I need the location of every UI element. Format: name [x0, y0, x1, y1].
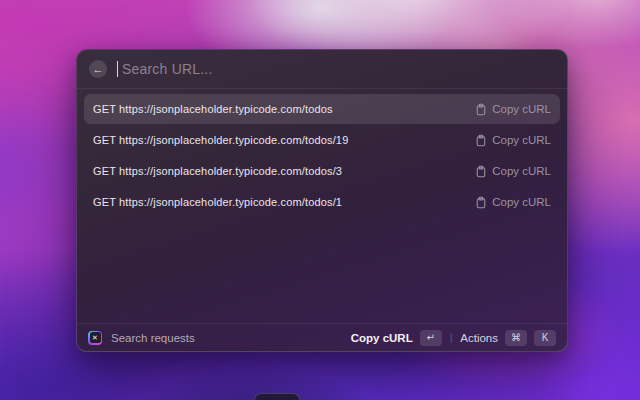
k-keycap: K: [534, 330, 556, 346]
back-button[interactable]: ←: [89, 60, 107, 78]
dock-peek-shape: [254, 393, 300, 400]
copy-curl-label: Copy cURL: [492, 165, 551, 177]
request-row[interactable]: GET https://jsonplaceholder.typicode.com…: [84, 187, 560, 217]
footer-bar: ✕ Search requests Copy cURL ↵ | Actions …: [77, 323, 567, 351]
clipboard-icon: [475, 134, 487, 147]
clipboard-icon: [475, 165, 487, 178]
clipboard-icon: [475, 103, 487, 116]
clipboard-icon: [475, 196, 487, 209]
request-url: GET https://jsonplaceholder.typicode.com…: [93, 103, 333, 115]
copy-curl-action[interactable]: Copy cURL: [475, 134, 551, 147]
text-cursor: [117, 61, 118, 77]
footer-context-label: Search requests: [111, 332, 195, 344]
copy-curl-action[interactable]: Copy cURL: [475, 196, 551, 209]
request-url: GET https://jsonplaceholder.typicode.com…: [93, 165, 342, 177]
footer-right: Copy cURL ↵ | Actions ⌘ K: [351, 330, 556, 346]
footer-left: ✕ Search requests: [88, 331, 195, 345]
copy-curl-label: Copy cURL: [492, 196, 551, 208]
copy-curl-label: Copy cURL: [492, 103, 551, 115]
request-row[interactable]: GET https://jsonplaceholder.typicode.com…: [84, 94, 560, 124]
search-input[interactable]: Search URL...: [122, 61, 213, 77]
return-keycap: ↵: [420, 330, 442, 346]
copy-curl-action[interactable]: Copy cURL: [475, 103, 551, 116]
request-list: GET https://jsonplaceholder.typicode.com…: [77, 89, 567, 217]
footer-separator: |: [450, 332, 453, 343]
back-arrow-icon: ←: [93, 64, 104, 75]
extension-icon: ✕: [88, 331, 102, 345]
command-keycap: ⌘: [505, 330, 527, 346]
request-row[interactable]: GET https://jsonplaceholder.typicode.com…: [84, 156, 560, 186]
copy-curl-label: Copy cURL: [492, 134, 551, 146]
empty-area: [77, 217, 567, 323]
request-url: GET https://jsonplaceholder.typicode.com…: [93, 196, 342, 208]
extension-icon-glyph: ✕: [90, 332, 101, 343]
copy-curl-action[interactable]: Copy cURL: [475, 165, 551, 178]
request-row[interactable]: GET https://jsonplaceholder.typicode.com…: [84, 125, 560, 155]
actions-menu-button[interactable]: Actions: [460, 332, 498, 344]
request-url: GET https://jsonplaceholder.typicode.com…: [93, 134, 348, 146]
search-bar: ← Search URL...: [77, 50, 567, 88]
command-palette-window: ← Search URL... GET https://jsonplacehol…: [76, 49, 568, 352]
primary-action-button[interactable]: Copy cURL: [351, 332, 413, 344]
